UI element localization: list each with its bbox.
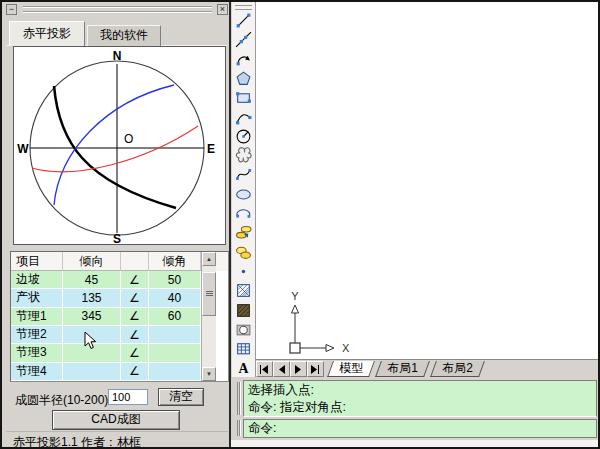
cell-item[interactable]: 节理3 [11, 344, 63, 362]
table-row[interactable]: 边坡45∠50 [11, 271, 228, 289]
cell-dip-direction[interactable]: 345 [63, 308, 121, 326]
cell-dip-angle[interactable] [149, 344, 201, 362]
command-window-grip[interactable] [237, 382, 241, 415]
circle-icon[interactable] [235, 128, 252, 145]
angle-icon: ∠ [121, 308, 149, 326]
titlebar-grip [23, 11, 212, 13]
revision-cloud-icon[interactable] [235, 147, 252, 164]
titlebar-grip [23, 6, 212, 8]
tab-stereographic-projection[interactable]: 赤平投影 [9, 21, 85, 46]
cell-dip-angle[interactable]: 60 [149, 308, 201, 326]
rectangle-icon[interactable] [235, 89, 252, 106]
make-block-icon[interactable] [235, 244, 252, 261]
close-icon[interactable]: × [217, 4, 228, 15]
ellipse-arc-icon[interactable] [235, 205, 252, 222]
insert-block-icon[interactable] [235, 224, 252, 241]
point-icon[interactable] [235, 263, 252, 280]
scroll-up-icon[interactable]: ▲ [202, 252, 216, 266]
window-divider [229, 0, 231, 449]
label-south: S [113, 232, 121, 244]
label-center: O [124, 132, 133, 146]
cell-item[interactable]: 边坡 [11, 271, 63, 289]
construction-line-icon[interactable] [235, 31, 252, 48]
table-scrollbar[interactable]: ▲ ▼ [201, 252, 216, 381]
region-icon[interactable] [235, 321, 252, 338]
header-angle-spacer [121, 252, 149, 271]
gradient-icon[interactable] [235, 302, 252, 319]
table-row[interactable]: 节理3∠ [11, 344, 228, 362]
next-tab-icon[interactable] [290, 361, 307, 377]
cell-dip-direction[interactable]: 135 [63, 289, 121, 307]
table-row[interactable]: 产状135∠40 [11, 289, 228, 307]
drawing-area[interactable]: Y X [256, 2, 598, 359]
cell-dip-direction[interactable] [63, 363, 121, 381]
layout-tab-model[interactable]: 模型 [327, 361, 375, 377]
cell-dip-angle[interactable]: 50 [149, 271, 201, 289]
previous-tab-icon[interactable] [273, 361, 290, 377]
toolbar-grip[interactable] [235, 5, 252, 10]
minimize-icon[interactable]: − [6, 4, 17, 15]
cell-dip-angle[interactable] [149, 363, 201, 381]
divider [6, 431, 228, 432]
cad-plot-button[interactable]: CAD成图 [52, 410, 180, 430]
ellipse-icon[interactable] [235, 186, 252, 203]
attitude-table[interactable]: 项目 倾向 倾角 ▲ ▼ 边坡45∠50产状135∠40节理1345∠60节理2… [10, 251, 229, 382]
layout-tab-label: 模型 [339, 361, 363, 376]
layout-tab-bar: 模型布局1布局2 [256, 359, 598, 378]
header-dip-angle: 倾角 [149, 252, 201, 271]
angle-icon: ∠ [121, 271, 149, 289]
cell-item[interactable]: 节理2 [11, 326, 63, 344]
cell-dip-direction[interactable]: 45 [63, 271, 121, 289]
ucs-y-label: Y [291, 290, 299, 302]
layout-tab-layout1[interactable]: 布局1 [375, 361, 430, 377]
angle-icon: ∠ [121, 363, 149, 381]
hatch-icon[interactable] [235, 282, 252, 299]
palette-status-text: 赤平投影1.1 作者：林框 [13, 434, 141, 449]
scroll-down-icon[interactable]: ▼ [202, 367, 216, 381]
layout-tab-label: 布局2 [442, 361, 473, 376]
label-east: E [207, 142, 215, 156]
command-history-line: 命令: 指定对角点: [248, 399, 592, 416]
command-prompt[interactable]: 命令: [243, 419, 597, 438]
header-dip-direction: 倾向 [63, 252, 121, 271]
multiline-text-icon[interactable]: A [235, 359, 252, 376]
slope-great-circle [54, 86, 176, 208]
table-row[interactable]: 节理2∠ [11, 326, 228, 344]
polyline-icon[interactable] [235, 51, 252, 68]
cell-dip-angle[interactable] [149, 326, 201, 344]
command-history[interactable]: 选择插入点:命令: 指定对角点: [243, 380, 597, 417]
angle-icon: ∠ [121, 344, 149, 362]
command-line-grip[interactable] [237, 420, 241, 436]
cell-item[interactable]: 产状 [11, 289, 63, 307]
ucs-x-label: X [342, 342, 350, 354]
radius-input[interactable] [108, 389, 148, 405]
table-icon[interactable] [235, 340, 252, 357]
palette-titlebar[interactable]: − × [4, 4, 228, 17]
scrollbar-thumb[interactable] [202, 272, 216, 316]
clear-button[interactable]: 清空 [158, 388, 204, 406]
last-tab-icon[interactable] [307, 361, 324, 377]
ucs-icon: Y X [282, 290, 352, 364]
polygon-icon[interactable] [235, 70, 252, 87]
stereonet-palette: − × 赤平投影 我的软件 N S W E O [2, 2, 230, 447]
cad-window: A Y X 模型布局1布局2 [231, 2, 598, 447]
layout-tab-layout2[interactable]: 布局2 [430, 361, 485, 377]
joint1-great-circle [32, 126, 198, 172]
table-row[interactable]: 节理1345∠60 [11, 308, 228, 326]
table-row[interactable]: 节理4∠ [11, 363, 228, 381]
line-icon[interactable] [235, 12, 252, 29]
first-tab-icon[interactable] [256, 361, 273, 377]
command-history-line: 选择插入点: [248, 382, 592, 399]
table-header-row: 项目 倾向 倾角 ▲ ▼ [11, 252, 228, 271]
cell-item[interactable]: 节理4 [11, 363, 63, 381]
cell-dip-angle[interactable]: 40 [149, 289, 201, 307]
radius-label: 成圆半径(10-200) [15, 392, 108, 409]
cell-item[interactable]: 节理1 [11, 308, 63, 326]
spline-icon[interactable] [235, 166, 252, 183]
tab-my-software[interactable]: 我的软件 [87, 25, 161, 46]
mouse-cursor [84, 331, 97, 354]
command-window[interactable]: 选择插入点:命令: 指定对角点: 命令: [231, 378, 598, 440]
arc-icon[interactable] [235, 109, 252, 126]
layout-tab-label: 布局1 [387, 361, 418, 376]
screenshot-root: − × 赤平投影 我的软件 N S W E O [0, 0, 600, 449]
